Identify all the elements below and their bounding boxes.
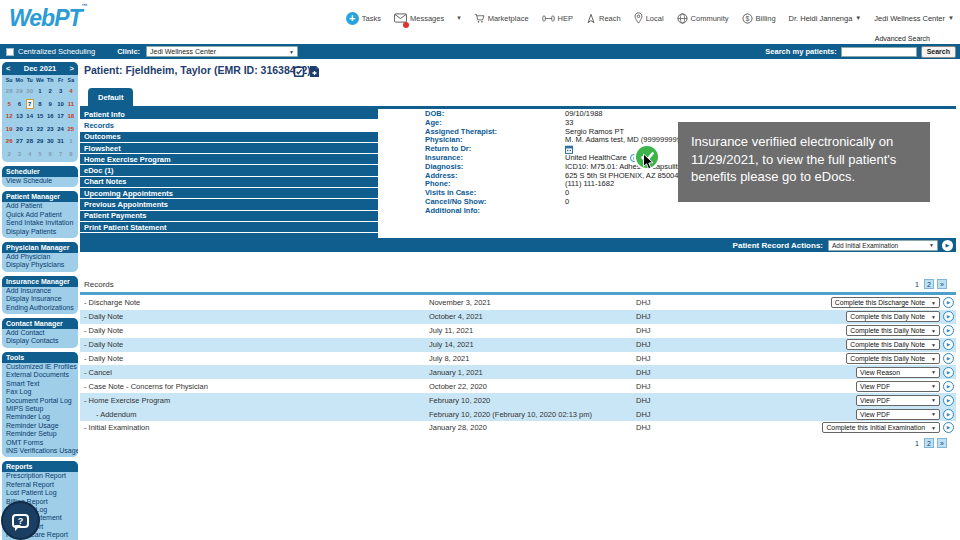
sidebar-item-omt-forms[interactable]: OMT Forms bbox=[2, 439, 78, 447]
patient-menu-edoc-1[interactable]: eDoc (1) bbox=[80, 165, 378, 175]
calendar-day[interactable]: 24 bbox=[55, 123, 65, 136]
calendar-prev-button[interactable]: < bbox=[6, 64, 10, 73]
patient-menu-chart-notes[interactable]: Chart Notes bbox=[80, 177, 378, 187]
user-menu[interactable]: Dr. Heidi Jannenga▼ bbox=[789, 14, 862, 23]
record-go-button[interactable]: ▶ bbox=[943, 353, 954, 364]
nav-hep[interactable]: HEP bbox=[542, 14, 573, 23]
calendar-day[interactable]: 5 bbox=[4, 98, 14, 111]
calendar-day[interactable]: 28 bbox=[4, 85, 14, 98]
help-button[interactable]: ? bbox=[3, 503, 38, 538]
sidebar-item-mips-setup[interactable]: MIPS Setup bbox=[2, 405, 78, 413]
calendar-day[interactable]: 17 bbox=[55, 110, 65, 123]
record-go-button[interactable]: ▶ bbox=[943, 339, 954, 350]
sidebar-item-referral-report[interactable]: Referral Report bbox=[2, 481, 78, 489]
record-action-select[interactable]: Complete this Daily Note▼ bbox=[846, 339, 940, 350]
sidebar-item-reminder-log[interactable]: Reminder Log bbox=[2, 413, 78, 421]
calendar-day[interactable]: 5 bbox=[35, 148, 45, 161]
calendar-day[interactable]: 12 bbox=[4, 110, 14, 123]
record-action-select[interactable]: Complete this Initial Examination▼ bbox=[822, 422, 940, 433]
record-go-button[interactable]: ▶ bbox=[943, 311, 954, 322]
nav-local[interactable]: Local bbox=[634, 12, 664, 24]
sidebar-item-prescription-report[interactable]: Prescription Report bbox=[2, 472, 78, 480]
calendar-day[interactable]: 6 bbox=[45, 148, 55, 161]
clinic-select[interactable]: Jedi Wellness Center▼ bbox=[146, 46, 298, 57]
calendar-day[interactable]: 3 bbox=[55, 85, 65, 98]
calendar-day[interactable]: 4 bbox=[25, 148, 35, 161]
record-action-select[interactable]: Complete this Daily Note▼ bbox=[846, 353, 940, 364]
calendar-day[interactable]: 8 bbox=[66, 148, 76, 161]
sidebar-item-lost-patient-log[interactable]: Lost Patient Log bbox=[2, 489, 78, 497]
clinic-menu[interactable]: Jedi Wellness Center▼ bbox=[874, 14, 954, 23]
calendar-day[interactable]: 16 bbox=[45, 110, 55, 123]
sidebar-item-view-schedule[interactable]: View Schedule bbox=[2, 177, 78, 185]
add-document-icon[interactable] bbox=[309, 64, 320, 82]
record-action-select[interactable]: View PDF▼ bbox=[856, 395, 940, 406]
calendar-day[interactable]: 2 bbox=[45, 85, 55, 98]
calendar-day[interactable]: 9 bbox=[45, 98, 55, 111]
calendar-day[interactable]: 8 bbox=[35, 98, 45, 111]
patient-menu-print-patient-statement[interactable]: Print Patient Statement bbox=[80, 222, 378, 232]
calendar-day[interactable]: 11 bbox=[66, 98, 76, 111]
sidebar-item-ins-verifications-usage[interactable]: INS Verifications Usage bbox=[2, 447, 78, 455]
sidebar-item-reminder-usage[interactable]: Reminder Usage bbox=[2, 422, 78, 430]
search-button[interactable]: Search bbox=[921, 46, 956, 58]
record-go-button[interactable]: ▶ bbox=[943, 367, 954, 378]
calendar-day[interactable]: 10 bbox=[55, 98, 65, 111]
calendar-day[interactable]: 30 bbox=[45, 135, 55, 148]
sidebar-item-quick-add-patient[interactable]: Quick Add Patient bbox=[2, 211, 78, 219]
patient-menu-records[interactable]: Records bbox=[80, 120, 378, 130]
calendar-day[interactable]: 2 bbox=[4, 148, 14, 161]
patient-menu-home-exercise-program[interactable]: Home Exercise Program bbox=[80, 154, 378, 164]
patient-menu-previous-appointments[interactable]: Previous Appointments bbox=[80, 199, 378, 209]
record-action-select[interactable]: View Reason▼ bbox=[856, 367, 940, 378]
actions-go-button[interactable]: ▶ bbox=[942, 240, 953, 251]
sidebar-item-customized-ie-profiles[interactable]: Customized IE Profiles bbox=[2, 363, 78, 371]
sidebar-item-ending-authorizations[interactable]: Ending Authorizations bbox=[2, 304, 78, 312]
calendar-day[interactable]: 7 bbox=[55, 148, 65, 161]
sidebar-item-send-intake-invitation[interactable]: Send Intake Invitation bbox=[2, 219, 78, 227]
record-action-select[interactable]: Complete this Daily Note▼ bbox=[846, 311, 940, 322]
patient-menu-outcomes[interactable]: Outcomes bbox=[80, 132, 378, 142]
record-action-select[interactable]: Complete this Daily Note▼ bbox=[846, 325, 940, 336]
record-go-button[interactable]: ▶ bbox=[943, 422, 954, 433]
calendar-day[interactable]: 31 bbox=[55, 135, 65, 148]
record-go-button[interactable]: ▶ bbox=[943, 409, 954, 420]
sidebar-item-document-portal-log[interactable]: Document Portal Log bbox=[2, 397, 78, 405]
calendar-next-button[interactable]: > bbox=[70, 64, 74, 73]
tab-default[interactable]: Default bbox=[88, 88, 133, 106]
sidebar-item-external-documents[interactable]: External Documents bbox=[2, 371, 78, 379]
nav-messages[interactable]: Messages bbox=[394, 13, 444, 23]
calendar-day[interactable]: 28 bbox=[25, 135, 35, 148]
calendar-day[interactable]: 29 bbox=[35, 135, 45, 148]
calendar-day[interactable]: 4 bbox=[66, 85, 76, 98]
calendar-day[interactable]: 15 bbox=[35, 110, 45, 123]
nav-tasks[interactable]: +Tasks bbox=[346, 12, 381, 25]
search-input[interactable] bbox=[841, 47, 917, 57]
sidebar-item-smart-text[interactable]: Smart Text bbox=[2, 380, 78, 388]
page-button-[interactable]: » bbox=[937, 438, 947, 448]
calendar-day[interactable]: 27 bbox=[14, 135, 24, 148]
nav-community[interactable]: Community bbox=[677, 13, 729, 24]
record-go-button[interactable]: ▶ bbox=[943, 325, 954, 336]
calendar-day[interactable]: 3 bbox=[14, 148, 24, 161]
sidebar-item-display-contacts[interactable]: Display Contacts bbox=[2, 337, 78, 345]
patient-menu-patient-info[interactable]: Patient Info bbox=[80, 109, 378, 119]
page-button-[interactable]: » bbox=[937, 279, 947, 289]
sidebar-item-display-insurance[interactable]: Display Insurance bbox=[2, 295, 78, 303]
nav-reach[interactable]: Reach bbox=[586, 13, 621, 24]
page-button-2[interactable]: 2 bbox=[924, 438, 934, 448]
nav-billing[interactable]: $Billing bbox=[742, 13, 776, 24]
calendar-day[interactable]: 7 bbox=[25, 98, 35, 111]
sidebar-item-add-insurance[interactable]: Add Insurance bbox=[2, 287, 78, 295]
calendar-day[interactable]: 29 bbox=[14, 85, 24, 98]
record-action-select[interactable]: View PDF▼ bbox=[856, 381, 940, 392]
record-go-button[interactable]: ▶ bbox=[943, 297, 954, 308]
patient-menu-flowsheet[interactable]: Flowsheet bbox=[80, 143, 378, 153]
calendar-day[interactable]: 13 bbox=[14, 110, 24, 123]
record-action-select[interactable]: View PDF▼ bbox=[856, 409, 940, 420]
record-action-select[interactable]: Complete this Discharge Note▼ bbox=[831, 297, 940, 308]
calendar-day[interactable]: 21 bbox=[25, 123, 35, 136]
sidebar-item-add-physician[interactable]: Add Physician bbox=[2, 253, 78, 261]
calendar-day[interactable]: 18 bbox=[66, 110, 76, 123]
record-go-button[interactable]: ▶ bbox=[943, 395, 954, 406]
